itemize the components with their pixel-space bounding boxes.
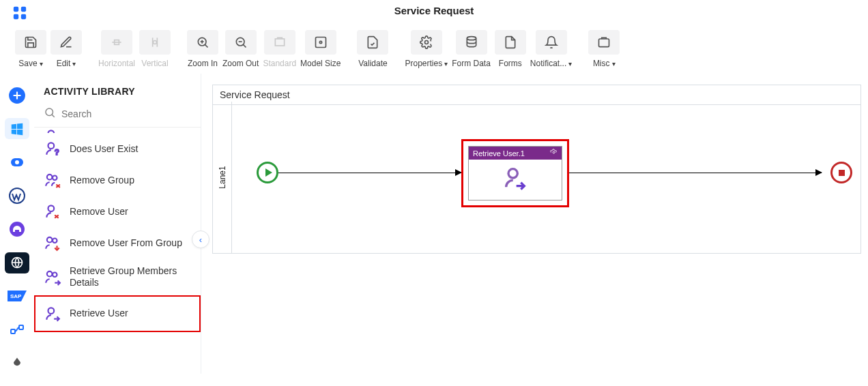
- svg-point-47: [53, 272, 57, 277]
- rail-camera-icon[interactable]: [5, 151, 29, 173]
- svg-point-46: [47, 271, 53, 277]
- activity-retrieve-user[interactable]: Retrieve User.1: [468, 146, 562, 201]
- svg-rect-21: [599, 39, 609, 47]
- horizontal-label: Horizontal: [98, 59, 135, 68]
- user-remove-icon: [44, 203, 61, 220]
- svg-rect-2: [14, 14, 18, 19]
- svg-rect-30: [11, 329, 15, 333]
- lib-item-label: Remove User From Group: [70, 237, 182, 249]
- chevron-down-icon: ▾: [612, 60, 616, 68]
- zoom-in-button[interactable]: Zoom In: [187, 30, 218, 68]
- toolbar: Save▾ Edit▾ Horizontal Vertical Zoom In …: [0, 20, 868, 74]
- lib-item-remove-group[interactable]: Remove Group: [34, 164, 201, 196]
- collapse-panel-button[interactable]: ‹: [192, 231, 209, 248]
- rail-flow-icon[interactable]: [5, 319, 29, 340]
- gear-icon[interactable]: [550, 149, 558, 158]
- user-retrieve-icon: [44, 305, 61, 323]
- rail-wordpress-icon[interactable]: [5, 185, 29, 206]
- forms-button[interactable]: Forms: [495, 30, 526, 68]
- form-data-button[interactable]: Form Data: [452, 30, 491, 68]
- svg-rect-3: [21, 14, 26, 19]
- chevron-down-icon: ▾: [72, 60, 76, 68]
- lane-label: Lane1: [213, 102, 232, 253]
- add-button[interactable]: [5, 85, 29, 106]
- chevron-down-icon: ▾: [444, 60, 448, 68]
- svg-point-8: [154, 41, 157, 44]
- svg-line-14: [243, 44, 246, 47]
- start-node[interactable]: [257, 162, 278, 183]
- svg-point-41: [48, 205, 55, 211]
- zoom-out-button[interactable]: Zoom Out: [222, 30, 259, 68]
- activity-library-panel: ACTIVITY LIBRARY ? Does User Exist Remov…: [34, 74, 201, 374]
- user-icon: [44, 128, 201, 133]
- forms-label: Forms: [499, 59, 522, 68]
- flow-edge: [278, 173, 461, 173]
- lib-item-retrieve-group-members[interactable]: Retrieve Group Members Details: [34, 258, 201, 295]
- misc-label: Misc: [593, 59, 610, 68]
- rail-windows-icon[interactable]: [5, 118, 29, 139]
- zoom-in-label: Zoom In: [188, 59, 218, 68]
- rail-sap-icon[interactable]: SAP: [5, 286, 29, 307]
- notifications-label: Notificat...: [530, 59, 566, 68]
- lib-item-retrieve-user[interactable]: Retrieve User: [34, 295, 201, 332]
- search-input[interactable]: [61, 108, 191, 119]
- properties-button[interactable]: Properties▾: [405, 30, 448, 68]
- lib-item-does-user-exist[interactable]: ? Does User Exist: [34, 133, 201, 164]
- svg-point-38: [53, 176, 57, 181]
- notifications-button[interactable]: Notificat...▾: [530, 30, 572, 68]
- svg-rect-31: [19, 325, 23, 329]
- svg-point-24: [15, 160, 19, 164]
- rail-globe-icon[interactable]: [5, 252, 29, 273]
- end-node[interactable]: [830, 162, 852, 183]
- process-canvas[interactable]: Service Request Lane1 Retrieve User.1: [212, 85, 861, 254]
- app-rail: SAP: [0, 74, 34, 374]
- apps-grid-icon[interactable]: [12, 5, 27, 20]
- chevron-down-icon: ▾: [568, 60, 572, 68]
- edit-button[interactable]: Edit▾: [50, 30, 82, 68]
- svg-point-20: [467, 37, 476, 40]
- svg-rect-17: [315, 38, 326, 48]
- lib-item-label: Retrieve User: [70, 308, 128, 319]
- svg-line-33: [52, 115, 55, 117]
- activity-title: Retrieve User.1: [473, 149, 525, 158]
- svg-rect-16: [275, 39, 284, 46]
- standard-label: Standard: [263, 59, 296, 68]
- flow-edge: [569, 173, 822, 173]
- model-size-button[interactable]: Model Size: [300, 30, 341, 68]
- svg-text:SAP: SAP: [10, 293, 22, 299]
- group-user-remove-icon: [44, 234, 61, 252]
- svg-point-51: [553, 151, 555, 153]
- svg-point-32: [46, 108, 53, 116]
- edit-label: Edit: [57, 59, 71, 68]
- zoom-out-label: Zoom Out: [222, 59, 259, 68]
- canvas-area: Service Request Lane1 Retrieve User.1: [201, 74, 868, 374]
- lib-item-remove-user-from-group[interactable]: Remove User From Group: [34, 227, 201, 258]
- svg-point-49: [48, 308, 55, 314]
- svg-text:?: ?: [55, 148, 59, 156]
- save-label: Save: [18, 59, 37, 68]
- horizontal-button: Horizontal: [98, 30, 135, 68]
- svg-point-45: [53, 239, 57, 243]
- svg-line-10: [205, 44, 207, 47]
- group-remove-icon: [44, 171, 61, 189]
- lib-item-remove-user[interactable]: Remove User: [34, 196, 201, 227]
- rail-drop-icon[interactable]: [5, 353, 29, 374]
- svg-point-52: [508, 169, 517, 178]
- page-title: Service Request: [394, 5, 474, 16]
- properties-label: Properties: [405, 59, 442, 68]
- misc-button[interactable]: Misc▾: [588, 30, 620, 68]
- validate-label: Validate: [358, 59, 387, 68]
- lib-item-label: Remove Group: [70, 175, 134, 186]
- rail-headset-icon[interactable]: [5, 218, 29, 239]
- svg-rect-1: [21, 7, 26, 12]
- validate-button[interactable]: Validate: [357, 30, 388, 68]
- model-size-label: Model Size: [300, 59, 341, 68]
- lib-item-label: Retrieve Group Members Details: [70, 265, 191, 288]
- save-button[interactable]: Save▾: [15, 30, 46, 68]
- svg-point-18: [319, 41, 321, 43]
- user-retrieve-icon: [502, 164, 529, 194]
- vertical-label: Vertical: [141, 59, 168, 68]
- svg-point-35: [48, 143, 55, 149]
- lib-item-label: Remove User: [70, 206, 128, 218]
- svg-point-19: [424, 41, 428, 44]
